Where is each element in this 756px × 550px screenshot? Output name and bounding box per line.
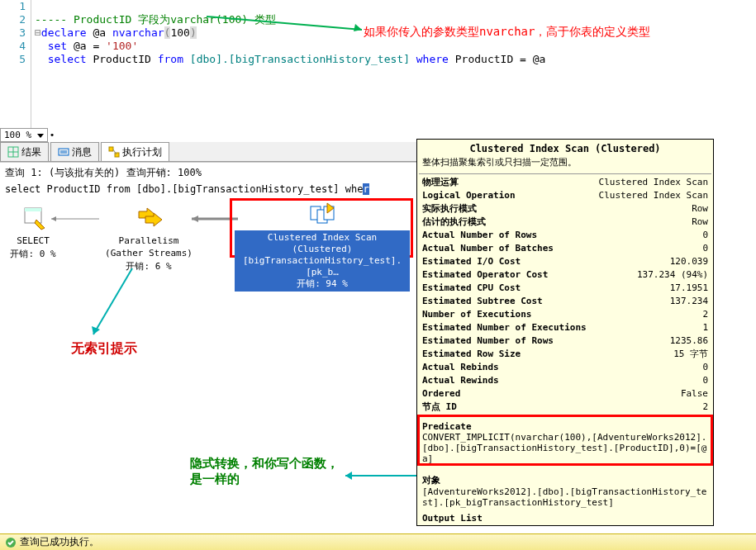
- svg-marker-25: [92, 326, 100, 334]
- chevron-down-icon: [37, 134, 44, 138]
- svg-rect-12: [25, 208, 41, 211]
- tab-messages[interactable]: 消息: [50, 142, 99, 161]
- plan-edge: [51, 215, 101, 223]
- tooltip-row: Estimated I/O Cost120.039: [419, 255, 711, 268]
- annotation-no-index: 无索引提示: [71, 340, 137, 358]
- tooltip-row: Estimated CPU Cost17.1951: [419, 282, 711, 295]
- tooltip-row: Actual Rewinds0: [419, 374, 711, 387]
- tooltip-row: Estimated Number of Rows1235.86: [419, 334, 711, 348]
- tooltip-row: Actual Number of Rows0: [419, 229, 711, 242]
- tooltip-row: Logical OperationClustered Index Scan: [419, 189, 711, 202]
- svg-marker-17: [51, 216, 56, 221]
- status-bar: 查询已成功执行。: [0, 533, 756, 550]
- tooltip-row: Actual Number of Batches0: [419, 242, 711, 255]
- tooltip-row: OrderedFalse: [419, 387, 711, 401]
- status-text: 查询已成功执行。: [20, 535, 99, 549]
- arrow-icon: [207, 12, 372, 36]
- tooltip-object-body: [AdventureWorks2012].[dbo].[bigTransacti…: [419, 486, 711, 510]
- tab-results[interactable]: 结果: [0, 142, 49, 161]
- arrow-icon: [87, 268, 145, 343]
- tooltip-row: Actual Rebinds0: [419, 361, 711, 374]
- tab-execution-plan[interactable]: 执行计划: [101, 142, 169, 161]
- tooltip-row: 物理运算Clustered Index Scan: [419, 176, 711, 189]
- annotation-param-type: 如果你传入的参数类型nvarchar，高于你表的定义类型: [364, 25, 650, 40]
- results-tabstrip: 结果 消息 执行计划: [0, 142, 417, 162]
- sql-editor[interactable]: 1 2 3 4 5 ----- ProductID 字段为varchar(100…: [0, 0, 756, 128]
- svg-marker-19: [192, 216, 198, 222]
- parallelism-icon: [136, 205, 162, 231]
- tooltip-row: Estimated Row Size15 字节: [419, 348, 711, 361]
- tooltip-title: Clustered Index Scan (Clustered): [419, 141, 711, 156]
- message-icon: [58, 146, 69, 158]
- tooltip-output-list-label: Output List: [419, 510, 711, 524]
- plan-node-clustered-index-scan[interactable]: Clustered Index Scan (Clustered) [bigTra…: [235, 202, 410, 292]
- highlight-frame-predicate: [417, 415, 713, 466]
- svg-rect-8: [109, 147, 113, 151]
- execution-plan-pane[interactable]: 查询 1: (与该批有关的) 查询开销: 100% select Product…: [0, 162, 417, 550]
- tooltip-row: Estimated Number of Executions1: [419, 321, 711, 334]
- select-result-icon: [20, 205, 46, 231]
- fold-icon[interactable]: ⊟: [35, 26, 41, 39]
- plan-node-tooltip: Clustered Index Scan (Clustered) 整体扫描聚集索…: [416, 139, 714, 526]
- tooltip-row: 节点 ID2: [419, 401, 711, 414]
- tooltip-row: 估计的执行模式Row: [419, 216, 711, 229]
- plan-node-parallelism[interactable]: Parallelism (Gather Streams) 开销: 6 %: [99, 205, 198, 273]
- plan-query-header: 查询 1: (与该批有关的) 查询开销: 100%: [0, 163, 417, 183]
- svg-line-0: [207, 17, 362, 30]
- plan-icon: [108, 146, 120, 158]
- grid-icon: [7, 146, 19, 158]
- tooltip-row: Estimated Operator Cost137.234 (94%): [419, 268, 711, 282]
- arrow-icon: [339, 467, 421, 484]
- svg-rect-5: [59, 149, 69, 155]
- plan-query-sql: select ProductID from [dbo].[bigTransact…: [0, 183, 417, 198]
- tooltip-subtitle: 整体扫描聚集索引或只扫描一定范围。: [419, 156, 711, 172]
- zoom-control[interactable]: 100 % •: [0, 128, 55, 142]
- annotation-implicit-convert: 隐式转换，和你写个函数， 是一样的: [190, 456, 339, 487]
- tooltip-row: 实际执行模式Row: [419, 202, 711, 216]
- tooltip-row: Number of Executions2: [419, 308, 711, 321]
- line-gutter: 1 2 3 4 5: [0, 0, 31, 128]
- plan-node-select[interactable]: SELECT 开销: 0 %: [8, 205, 58, 260]
- success-icon: [5, 537, 17, 548]
- clustered-index-scan-icon: [309, 202, 335, 228]
- tooltip-row: Estimated Subtree Cost137.234: [419, 295, 711, 308]
- tooltip-object-label: 对象: [419, 471, 711, 486]
- svg-line-24: [93, 268, 132, 334]
- svg-marker-27: [345, 472, 352, 480]
